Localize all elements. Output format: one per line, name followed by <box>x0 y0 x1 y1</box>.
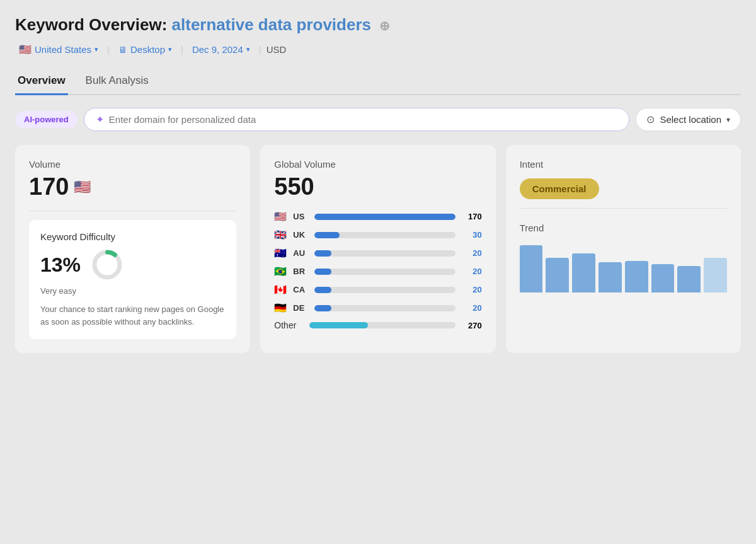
country-flag: 🇺🇸 <box>274 211 288 223</box>
tab-bulk-analysis[interactable]: Bulk Analysis <box>83 68 151 95</box>
page-wrapper: Keyword Overview: alternative data provi… <box>15 15 741 353</box>
separator1: | <box>107 44 110 55</box>
keyword-difficulty-card: Keyword Difficulty 13% Very easy Your ch… <box>29 220 236 339</box>
trend-label: Trend <box>520 223 727 233</box>
separator3: | <box>259 44 261 55</box>
bar-fill <box>314 250 331 257</box>
country-code: AU <box>293 248 309 258</box>
desktop-icon: 🖥 <box>118 45 127 55</box>
list-item: 🇨🇦 CA 20 <box>274 284 481 296</box>
add-keyword-icon[interactable]: ⊕ <box>379 19 390 33</box>
meta-row: 🇺🇸 United States ▾ | 🖥 Desktop ▾ | Dec 9… <box>15 41 741 58</box>
trend-bar <box>651 264 675 292</box>
location-dropdown-label: Select location <box>660 114 721 125</box>
date-chevron-icon: ▾ <box>246 45 250 54</box>
country-code: US <box>293 212 309 221</box>
location-label: United States <box>35 44 91 55</box>
volume-value: 170 🇺🇸 <box>29 173 236 200</box>
header: Keyword Overview: alternative data provi… <box>15 15 741 58</box>
country-value: 20 <box>461 267 482 276</box>
list-item: 🇩🇪 DE 20 <box>274 302 481 314</box>
kd-difficulty-label: Very easy <box>40 286 225 296</box>
country-code: UK <box>293 230 309 240</box>
intent-badge: Commercial <box>520 178 599 199</box>
country-flag: 🇨🇦 <box>274 284 288 296</box>
bar-fill <box>314 287 331 293</box>
bar-fill <box>314 305 331 311</box>
separator2: | <box>181 44 183 55</box>
list-item: 🇧🇷 BR 20 <box>274 265 481 277</box>
currency-label: USD <box>266 44 287 55</box>
location-chevron-icon: ▾ <box>94 45 98 54</box>
global-volume-label: Global Volume <box>274 159 481 170</box>
device-label: Desktop <box>130 44 165 55</box>
country-flag: 🇦🇺 <box>274 247 288 259</box>
bar-bg <box>314 214 455 220</box>
country-code: DE <box>293 303 309 313</box>
trend-bar <box>625 261 648 292</box>
volume-number: 170 <box>29 173 69 200</box>
country-value: 20 <box>461 285 482 294</box>
country-value: 170 <box>461 212 482 221</box>
date-selector[interactable]: Dec 9, 2024 ▾ <box>188 42 254 57</box>
device-chevron-icon: ▾ <box>168 45 172 54</box>
other-bar-fill <box>309 322 368 328</box>
other-bar-bg <box>309 322 455 328</box>
ai-domain-input-wrapper[interactable]: ✦ <box>84 108 630 131</box>
country-value: 30 <box>461 230 482 240</box>
trend-bar <box>704 258 727 292</box>
trend-bar <box>677 266 701 292</box>
volume-label: Volume <box>29 159 236 170</box>
trend-bar <box>598 262 622 292</box>
volume-card: Volume 170 🇺🇸 Keyword Difficulty 13% Ver… <box>15 145 250 353</box>
list-item: Other 270 <box>274 320 481 330</box>
kd-description: Your chance to start ranking new pages o… <box>40 303 225 328</box>
ai-bar: AI-powered ✦ ⊙ Select location ▾ <box>15 108 741 131</box>
volume-divider <box>29 211 236 211</box>
tab-overview[interactable]: Overview <box>15 68 68 95</box>
bar-fill <box>314 269 331 275</box>
ai-powered-badge: AI-powered <box>15 111 77 128</box>
other-value: 270 <box>461 321 482 330</box>
location-dropdown-chevron: ▾ <box>726 115 730 124</box>
keyword-name: alternative data providers <box>172 15 371 34</box>
bar-bg <box>314 287 455 293</box>
bar-bg <box>314 250 455 257</box>
cards-row: Volume 170 🇺🇸 Keyword Difficulty 13% Ver… <box>15 145 741 353</box>
country-code: CA <box>293 285 309 294</box>
kd-percent: 13% <box>40 253 81 277</box>
trend-bar <box>520 245 543 292</box>
location-pin-icon: ⊙ <box>646 113 655 125</box>
bar-fill <box>314 214 455 220</box>
country-value: 20 <box>461 303 482 313</box>
country-code: BR <box>293 267 309 276</box>
trend-bars <box>520 242 727 292</box>
kd-title: Keyword Difficulty <box>40 231 225 242</box>
location-selector[interactable]: 🇺🇸 United States ▾ <box>15 41 102 58</box>
title-prefix: Keyword Overview: <box>15 15 167 34</box>
date-label: Dec 9, 2024 <box>192 44 243 55</box>
kd-donut-chart <box>91 248 123 281</box>
tabs-bar: Overview Bulk Analysis <box>15 68 741 95</box>
list-item: 🇬🇧 UK 30 <box>274 229 481 241</box>
intent-divider <box>520 208 727 209</box>
country-flag: 🇬🇧 <box>274 229 288 241</box>
trend-section: Trend <box>520 223 727 292</box>
country-value: 20 <box>461 248 482 258</box>
other-label: Other <box>274 320 304 330</box>
sparkle-icon: ✦ <box>96 113 104 125</box>
us-flag: 🇺🇸 <box>19 43 32 55</box>
page-title: Keyword Overview: alternative data provi… <box>15 15 741 35</box>
trend-bar <box>546 258 569 292</box>
global-volume-card: Global Volume 550 🇺🇸 US 170 🇬🇧 UK 30 🇦🇺 … <box>260 145 495 353</box>
device-selector[interactable]: 🖥 Desktop ▾ <box>115 42 176 57</box>
location-dropdown[interactable]: ⊙ Select location ▾ <box>636 108 741 131</box>
ai-domain-input[interactable] <box>109 114 618 125</box>
bar-bg <box>314 232 455 238</box>
country-flag: 🇩🇪 <box>274 302 288 314</box>
bar-bg <box>314 269 455 275</box>
list-item: 🇺🇸 US 170 <box>274 211 481 223</box>
global-volume-number: 550 <box>274 173 314 200</box>
global-volume-list: 🇺🇸 US 170 🇬🇧 UK 30 🇦🇺 AU 20 🇧🇷 BR <box>274 211 481 330</box>
global-volume-value: 550 <box>274 173 481 200</box>
